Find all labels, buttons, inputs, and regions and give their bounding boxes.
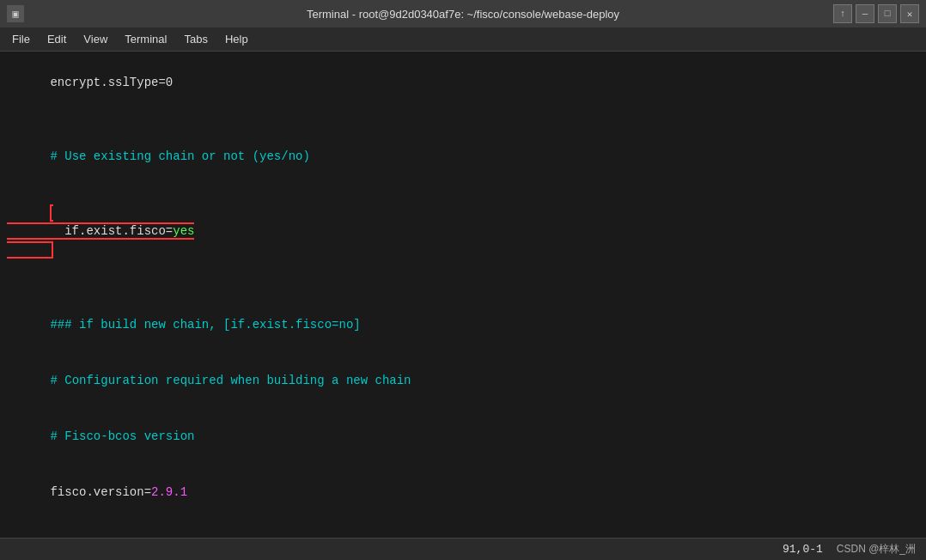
terminal-line: encrypt.sslType=0: [7, 55, 919, 111]
terminal-line: # Use existing chain or not (yes/no): [7, 130, 919, 186]
maximize-button[interactable]: □: [878, 4, 897, 23]
title-bar: ▣ Terminal - root@9d2d0340af7e: ~/fisco/…: [0, 0, 926, 27]
status-bar: 91,0-1 CSDN @梓林_洲: [0, 538, 926, 560]
menu-view[interactable]: View: [75, 29, 116, 49]
up-arrow-button[interactable]: ↑: [833, 4, 852, 23]
window-controls: ↑ — □ ✕: [833, 4, 919, 23]
menu-terminal[interactable]: Terminal: [116, 29, 175, 49]
terminal-line: # Number of building nodes (default valu…: [7, 520, 919, 538]
menu-tabs[interactable]: Tabs: [175, 29, 216, 49]
terminal-line: [7, 111, 919, 130]
window-title: Terminal - root@9d2d0340af7e: ~/fisco/co…: [307, 8, 619, 21]
terminal-content[interactable]: encrypt.sslType=0 # Use existing chain o…: [0, 52, 926, 538]
terminal-line: # Fisco-bcos version: [7, 409, 919, 465]
minimize-button[interactable]: —: [856, 4, 874, 23]
terminal-line: # Configuration required when building a…: [7, 353, 919, 409]
close-button[interactable]: ✕: [900, 4, 919, 23]
terminal-line: ### if build new chain, [if.exist.fisco=…: [7, 297, 919, 353]
menu-help[interactable]: Help: [216, 29, 257, 49]
terminal-line: [7, 278, 919, 297]
watermark: CSDN @梓林_洲: [837, 542, 916, 557]
terminal-line-highlighted: if.exist.fisco=yes: [7, 186, 919, 278]
menu-bar: File Edit View Terminal Tabs Help: [0, 27, 926, 52]
menu-edit[interactable]: Edit: [39, 29, 75, 49]
title-bar-left: ▣: [7, 5, 24, 22]
window-icon: ▣: [7, 5, 24, 22]
terminal-window: ▣ Terminal - root@9d2d0340af7e: ~/fisco/…: [0, 0, 926, 560]
cursor-position: 91,0-1: [783, 543, 823, 556]
terminal-line: fisco.version=2.9.1: [7, 465, 919, 520]
menu-file[interactable]: File: [3, 29, 39, 49]
